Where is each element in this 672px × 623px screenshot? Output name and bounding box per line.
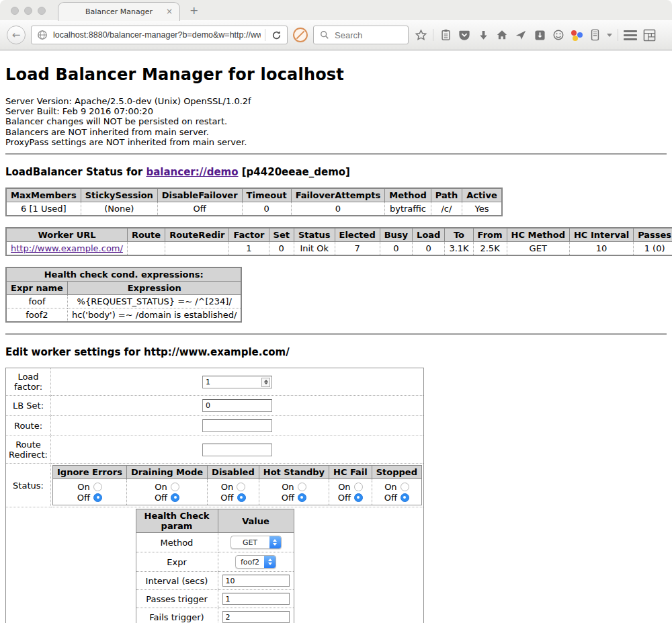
status-radio-row: On Off On Off On Off (53, 479, 422, 505)
browser-window: Balancer Manager × + ← (0, 0, 672, 623)
menu-icon[interactable] (624, 30, 637, 40)
expr-row: foof2 hc('body') =~ /domain is establish… (6, 308, 241, 323)
col-timeout: Timeout (242, 188, 291, 202)
col-expr-name: Expr name (6, 282, 67, 295)
expr-select[interactable]: foof2 (235, 555, 276, 569)
divider-rule (5, 153, 667, 155)
table-header-row: Worker URL Route RouteRedir Factor Set S… (6, 228, 672, 242)
route-redirect-input[interactable] (202, 444, 272, 456)
edit-worker-heading: Edit worker settings for http://www.exam… (5, 346, 667, 358)
panel-download-icon[interactable] (533, 28, 546, 42)
table-header-row: Expr name Expression (6, 282, 241, 295)
col-maxmembers: MaxMembers (6, 188, 81, 202)
hc-fail-on-radio[interactable] (354, 483, 363, 491)
select-chevrons-icon (269, 536, 281, 548)
extension-menu-caret-icon[interactable] (607, 34, 612, 37)
reload-icon[interactable] (269, 28, 283, 42)
search-bar[interactable] (313, 26, 409, 44)
server-version-line: Server Version: Apache/2.5.0-dev (Unix) … (5, 96, 667, 106)
interval-label: Interval (secs) (136, 572, 218, 590)
col-health-param: Health Check param (136, 509, 218, 533)
clipboard-icon[interactable] (439, 28, 452, 42)
route-input[interactable] (202, 419, 272, 432)
hot-standby-off-radio[interactable] (298, 493, 306, 502)
hot-standby-on-radio[interactable] (298, 483, 306, 491)
interval-input[interactable] (222, 575, 290, 587)
url-bar[interactable] (31, 26, 288, 44)
worker-table: Worker URL Route RouteRedir Factor Set S… (5, 227, 672, 256)
new-tab-button[interactable]: + (190, 4, 198, 17)
select-chevrons-icon (264, 556, 276, 568)
health-check-table: Health Check param Value Method GET (136, 509, 294, 623)
disabled-on-radio[interactable] (237, 483, 245, 491)
col-draining-mode: Draining Mode (126, 466, 207, 479)
downloads-icon[interactable] (476, 28, 490, 42)
method-select[interactable]: GET (230, 536, 282, 549)
route-redirect-label: Route Redirect: (6, 436, 51, 464)
col-worker-url: Worker URL (6, 228, 127, 242)
expressions-title: Health check cond. expressions: (6, 267, 241, 282)
ignore-errors-off-radio[interactable] (93, 493, 102, 502)
col-path: Path (431, 188, 462, 202)
device-extension-icon[interactable] (588, 28, 601, 42)
worker-row: http://www.example.com/ 1 0 Init Ok 7 0 … (6, 242, 672, 256)
health-check-row: Health Check param Value Method GET (6, 507, 424, 623)
extension-dots-icon[interactable] (571, 29, 583, 41)
status-label: Status: (6, 464, 51, 507)
home-icon[interactable] (495, 28, 509, 42)
method-label: Method (136, 533, 218, 552)
minimize-window-button[interactable] (24, 7, 32, 15)
bookmark-star-icon[interactable] (414, 28, 427, 42)
zoom-window-button[interactable] (38, 7, 46, 15)
draining-mode-off-radio[interactable] (171, 493, 179, 502)
interval-row: Interval (secs) (136, 572, 294, 590)
globe-icon (36, 28, 49, 42)
col-stopped: Stopped (372, 466, 421, 479)
search-input[interactable] (335, 30, 404, 40)
hc-fail-off-radio[interactable] (354, 493, 363, 502)
tiles-grid-icon[interactable] (642, 28, 656, 42)
server-built-line: Server Built: Feb 9 2016 07:00:20 (5, 106, 667, 116)
draining-mode-on-radio[interactable] (171, 483, 179, 491)
worker-url-link[interactable]: http://www.example.com/ (11, 243, 123, 253)
divider-rule (5, 333, 667, 335)
number-stepper-icon[interactable] (261, 378, 270, 387)
table-header-row: MaxMembers StickySession DisableFailover… (6, 188, 502, 202)
tab-balancer-manager[interactable]: Balancer Manager × (58, 2, 180, 21)
lb-set-input[interactable] (202, 399, 272, 412)
fails-row: Fails trigger) (136, 608, 294, 623)
fails-input[interactable] (222, 611, 290, 623)
balancer-demo-link[interactable]: balancer://demo (146, 166, 238, 178)
route-label: Route: (6, 416, 51, 436)
ignore-errors-on-radio[interactable] (93, 483, 102, 491)
back-button[interactable]: ← (7, 26, 26, 44)
route-row: Route: (6, 416, 424, 436)
persist-note-line: Balancer changes will NOT be persisted o… (5, 116, 667, 126)
balancer-heading-suffix: [p4420eeae_demo] (239, 166, 350, 178)
status-header-row: Ignore Errors Draining Mode Disabled Hot… (53, 466, 422, 479)
tab-close-icon[interactable]: × (166, 7, 173, 15)
expressions-table: Health check cond. expressions: Expr nam… (5, 267, 242, 323)
send-plane-icon[interactable] (514, 28, 528, 42)
health-header-row: Health Check param Value (136, 509, 294, 533)
expr-row: foof %{REQUEST_STATUS} =~ /^[234]/ (6, 295, 241, 308)
stopped-off-radio[interactable] (401, 493, 409, 502)
route-redirect-row: Route Redirect: (6, 436, 424, 464)
col-stickysession: StickySession (81, 188, 157, 202)
close-window-button[interactable] (11, 7, 19, 15)
search-icon (318, 28, 331, 42)
url-input[interactable] (53, 30, 261, 40)
blocked-content-icon[interactable] (293, 28, 308, 42)
page-title: Load Balancer Manager for localhost (5, 65, 667, 84)
expr-label: Expr (136, 552, 218, 572)
table-row: 6 [1 Used] (None) Off 0 0 bytraffic /c/ … (6, 202, 502, 216)
navigation-toolbar: ← (0, 20, 672, 50)
smiley-icon[interactable] (552, 28, 565, 42)
tab-bar: Balancer Manager × + (0, 0, 672, 20)
toolbar-divider (433, 29, 433, 41)
disabled-off-radio[interactable] (237, 493, 246, 502)
passes-input[interactable] (222, 593, 290, 605)
stopped-on-radio[interactable] (401, 483, 409, 491)
col-active: Active (462, 188, 502, 202)
pocket-icon[interactable] (458, 28, 471, 42)
